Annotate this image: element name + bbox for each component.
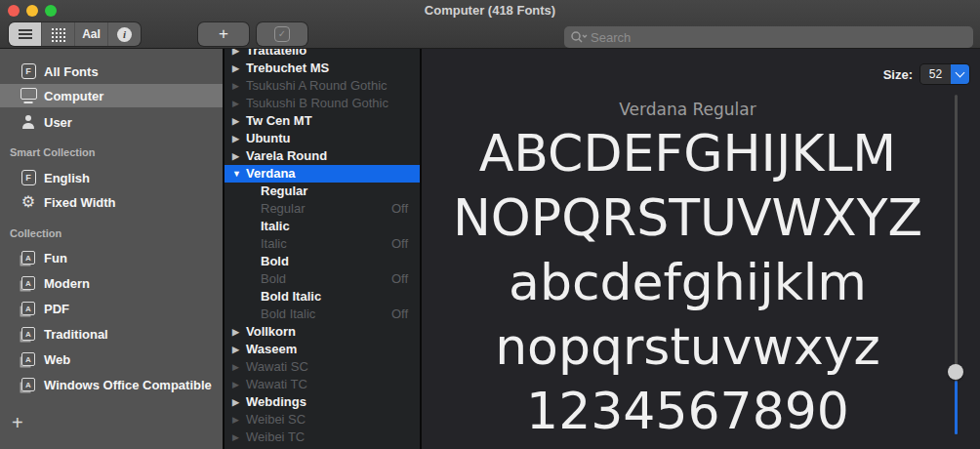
list-view-button[interactable]	[9, 22, 42, 46]
font-family-row[interactable]: ▶Tsukushi A Round Gothic	[225, 77, 420, 95]
font-style-row[interactable]: Bold ItalicOff	[225, 306, 420, 323]
font-style-label: Regular	[261, 200, 306, 218]
collection-icon-wrap: A	[20, 249, 37, 266]
disclosure-icon[interactable]: ▼	[232, 165, 244, 183]
disclosure-icon[interactable]: ▶	[232, 393, 244, 411]
sidebar-item-fixed-width[interactable]: ⚙Fixed Width	[0, 190, 223, 214]
disclosure-icon[interactable]: ▶	[232, 112, 244, 130]
search-input[interactable]	[588, 30, 973, 45]
enabled-status: Off	[391, 270, 408, 288]
preview-sample-line: NOPQRSTUVWXYZ	[422, 185, 954, 250]
add-collection-button[interactable]: +	[12, 412, 23, 434]
size-dropdown-button[interactable]	[951, 64, 969, 84]
disclosure-icon[interactable]: ▶	[232, 358, 244, 376]
collection-icon: A	[21, 302, 35, 315]
font-family-row[interactable]: ▶Ubuntu	[225, 130, 420, 147]
disclosure-icon[interactable]: ▶	[232, 95, 244, 112]
disclosure-icon[interactable]: ▶	[232, 77, 244, 95]
collection-icon-wrap: A	[20, 300, 37, 317]
sidebar-item-web[interactable]: AWeb	[0, 347, 223, 371]
font-family-row[interactable]: ▶Tw Cen MT	[225, 112, 420, 130]
sidebar-item-user[interactable]: User	[0, 110, 223, 134]
disclosure-icon[interactable]: ▶	[232, 60, 244, 77]
sidebar-item-label: Web	[44, 352, 70, 367]
sidebar-item-pdf[interactable]: APDF	[0, 297, 223, 320]
enabled-status: Off	[391, 235, 408, 253]
disclosure-icon[interactable]: ▶	[232, 323, 244, 341]
font-family-label: Weibei TC	[246, 429, 305, 446]
size-label: Size:	[883, 67, 913, 82]
size-value[interactable]: 52	[920, 64, 951, 84]
font-family-label: Wawati SC	[246, 358, 308, 376]
sample-text-view-button[interactable]: AaI	[75, 22, 108, 46]
font-family-row[interactable]: ▶Wawati TC	[225, 376, 420, 393]
font-family-label: Weibei SC	[246, 411, 306, 429]
sidebar-item-traditional[interactable]: ATraditional	[0, 322, 223, 346]
validate-font-button[interactable]: ✓	[257, 22, 307, 46]
disclosure-icon[interactable]: ▶	[232, 341, 244, 358]
disclosure-icon[interactable]: ▶	[232, 376, 244, 393]
font-style-label: Italic	[261, 218, 290, 235]
sidebar-item-all-fonts[interactable]: FAll Fonts	[0, 60, 223, 83]
font-info-button[interactable]: i	[108, 22, 141, 46]
disclosure-icon[interactable]: ▶	[232, 411, 244, 429]
font-family-row[interactable]: ▶Weibei TC	[225, 429, 420, 446]
size-slider-thumb[interactable]	[948, 364, 963, 380]
disclosure-icon[interactable]: ▶	[232, 147, 244, 165]
grid-view-button[interactable]	[42, 22, 75, 46]
sidebar-item-modern[interactable]: AModern	[0, 271, 223, 295]
gear-icon: ⚙	[21, 194, 35, 210]
disclosure-icon[interactable]: ▶	[232, 429, 244, 446]
sidebar-item-label: Modern	[44, 276, 90, 291]
enabled-status: Off	[391, 306, 408, 323]
list-view-icon	[19, 29, 32, 39]
font-family-row[interactable]: ▶Tsukushi B Round Gothic	[225, 95, 420, 112]
sidebar-item-computer[interactable]: Computer	[0, 84, 223, 107]
search-icon[interactable]	[570, 30, 588, 44]
font-style-label: Regular	[261, 183, 307, 200]
preview-pane: Size: 52 Verdana Regular ABCDEFGHIJKLMNO…	[420, 49, 980, 449]
font-style-label: Bold Italic	[261, 288, 321, 306]
font-family-row[interactable]: ▶Webdings	[225, 393, 420, 411]
sidebar-item-label: Windows Office Compatible	[44, 378, 212, 392]
font-family-row[interactable]: ▶Weibei SC	[225, 411, 420, 429]
font-family-row[interactable]: ▶Varela Round	[225, 147, 420, 165]
font-family-label: Webdings	[246, 393, 306, 411]
add-font-button[interactable]: +	[198, 22, 249, 46]
grid-view-icon	[52, 28, 54, 30]
sample-text-icon: AaI	[82, 27, 101, 41]
font-style-row[interactable]: BoldOff	[225, 270, 420, 288]
sidebar-item-windows-office-compatible[interactable]: AWindows Office Compatible	[0, 373, 223, 396]
size-control: Size: 52	[883, 64, 969, 84]
size-combo-box: 52	[920, 64, 969, 84]
search-field[interactable]	[564, 26, 973, 48]
collection-icon-wrap: A	[20, 376, 37, 393]
font-family-row[interactable]: ▶Trebuchet MS	[225, 60, 420, 77]
sidebar-item-fun[interactable]: AFun	[0, 246, 223, 269]
sidebar-section-header: Smart Collection	[10, 146, 95, 158]
font-family-row[interactable]: ▼Verdana	[225, 165, 420, 183]
font-style-row[interactable]: ItalicOff	[225, 235, 420, 253]
sidebar-item-label: Fun	[44, 251, 67, 265]
disclosure-icon[interactable]: ▶	[232, 130, 244, 147]
font-family-row[interactable]: ▶Wawati SC	[225, 358, 420, 376]
font-book-icon: F	[21, 170, 36, 185]
font-style-row[interactable]: RegularOff	[225, 200, 420, 218]
preview-heading: Verdana Regular	[422, 100, 954, 119]
font-family-row[interactable]: ▶Vollkorn	[225, 323, 420, 341]
disclosure-icon[interactable]: ▶	[232, 49, 244, 60]
font-style-row[interactable]: Bold Italic	[225, 288, 420, 306]
font-style-row[interactable]: Bold	[225, 253, 420, 270]
font-family-row[interactable]: ▶Trattatello	[225, 49, 420, 60]
sidebar-item-english[interactable]: FEnglish	[0, 166, 223, 189]
collection-icon-wrap: A	[20, 350, 37, 368]
window-title: Computer (418 Fonts)	[0, 3, 980, 18]
font-list: ▶Trattatello▶Trebuchet MS▶Tsukushi A Rou…	[223, 49, 420, 449]
font-family-label: Tw Cen MT	[246, 112, 312, 130]
person-icon-wrap	[20, 113, 37, 131]
font-style-row[interactable]: Italic	[225, 218, 420, 235]
font-style-row[interactable]: Regular	[225, 183, 420, 200]
font-book-icon: F	[21, 63, 36, 79]
font-family-row[interactable]: ▶Waseem	[225, 341, 420, 358]
preview-sample-line: 1234567890	[422, 379, 954, 443]
